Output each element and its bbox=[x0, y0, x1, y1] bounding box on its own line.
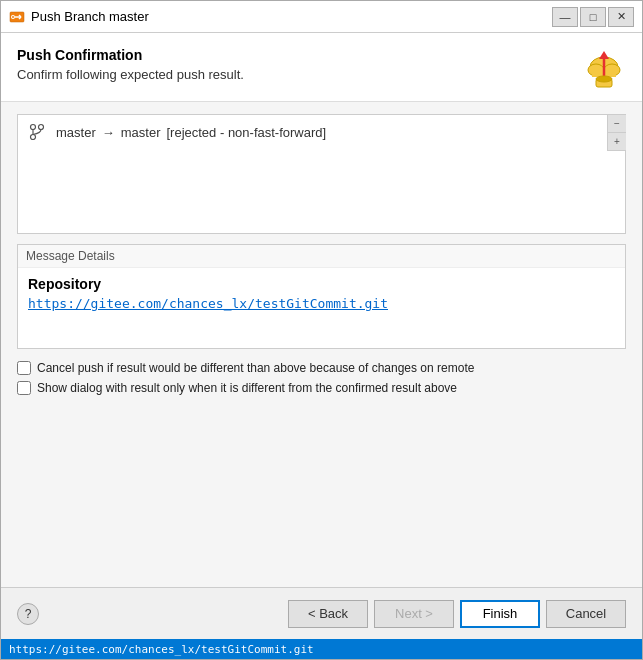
checkboxes-section: Cancel push if result would be different… bbox=[17, 359, 626, 397]
footer: ? < Back Next > Finish Cancel bbox=[1, 587, 642, 639]
window-icon bbox=[9, 9, 25, 25]
header-subtitle: Confirm following expected push result. bbox=[17, 67, 582, 82]
branch-arrows-icon bbox=[28, 123, 50, 141]
branch-list: master → master [rejected - non-fast-for… bbox=[18, 115, 607, 149]
branch-to: master bbox=[121, 125, 161, 140]
main-content: master → master [rejected - non-fast-for… bbox=[1, 102, 642, 587]
checkbox-row-2: Show dialog with result only when it is … bbox=[17, 381, 626, 395]
branch-panel: master → master [rejected - non-fast-for… bbox=[17, 114, 626, 234]
header-section: Push Confirmation Confirm following expe… bbox=[1, 33, 642, 102]
branch-scrollbar: − + bbox=[607, 115, 625, 151]
svg-point-16 bbox=[31, 135, 36, 140]
branch-arrow: → bbox=[102, 125, 115, 140]
next-button: Next > bbox=[374, 600, 454, 628]
footer-buttons: < Back Next > Finish Cancel bbox=[288, 600, 626, 628]
cloud-push-icon bbox=[582, 47, 626, 91]
cancel-push-label: Cancel push if result would be different… bbox=[37, 361, 474, 375]
maximize-button[interactable]: □ bbox=[580, 7, 606, 27]
show-dialog-checkbox[interactable] bbox=[17, 381, 31, 395]
show-dialog-label: Show dialog with result only when it is … bbox=[37, 381, 457, 395]
back-button[interactable]: < Back bbox=[288, 600, 368, 628]
header-text: Push Confirmation Confirm following expe… bbox=[17, 47, 582, 82]
minimize-button[interactable]: — bbox=[552, 7, 578, 27]
scroll-down-button[interactable]: + bbox=[608, 133, 626, 151]
svg-point-15 bbox=[39, 125, 44, 130]
cancel-push-checkbox[interactable] bbox=[17, 361, 31, 375]
header-title: Push Confirmation bbox=[17, 47, 582, 63]
main-window: Push Branch master — □ ✕ Push Confirmati… bbox=[0, 0, 643, 660]
close-button[interactable]: ✕ bbox=[608, 7, 634, 27]
svg-point-13 bbox=[596, 76, 612, 82]
branch-item: master → master [rejected - non-fast-for… bbox=[28, 123, 597, 141]
checkbox-row-1: Cancel push if result would be different… bbox=[17, 361, 626, 375]
title-controls: — □ ✕ bbox=[552, 7, 634, 27]
finish-button[interactable]: Finish bbox=[460, 600, 540, 628]
message-body: Repository https://gitee.com/chances_lx/… bbox=[18, 268, 625, 348]
svg-marker-11 bbox=[599, 51, 609, 59]
window-title: Push Branch master bbox=[31, 9, 552, 24]
repo-url[interactable]: https://gitee.com/chances_lx/testGitComm… bbox=[28, 296, 615, 311]
scroll-up-button[interactable]: − bbox=[608, 115, 626, 133]
branch-from: master bbox=[56, 125, 96, 140]
svg-point-14 bbox=[31, 125, 36, 130]
status-bar: https://gitee.com/chances_lx/testGitComm… bbox=[1, 639, 642, 659]
branch-status: [rejected - non-fast-forward] bbox=[166, 125, 326, 140]
status-text: https://gitee.com/chances_lx/testGitComm… bbox=[9, 643, 314, 656]
message-section: Message Details Repository https://gitee… bbox=[17, 244, 626, 349]
help-button[interactable]: ? bbox=[17, 603, 39, 625]
message-section-header: Message Details bbox=[18, 245, 625, 268]
cancel-button[interactable]: Cancel bbox=[546, 600, 626, 628]
title-bar: Push Branch master — □ ✕ bbox=[1, 1, 642, 33]
repo-label: Repository bbox=[28, 276, 615, 292]
svg-point-2 bbox=[12, 16, 14, 18]
